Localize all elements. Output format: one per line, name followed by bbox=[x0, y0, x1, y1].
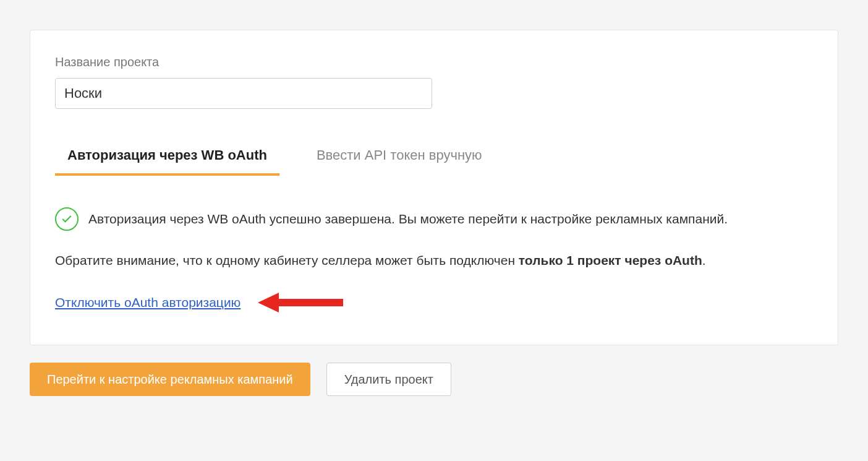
project-name-label: Название проекта bbox=[55, 55, 813, 69]
oauth-status-row: Авторизация через WB oAuth успешно завер… bbox=[55, 207, 813, 231]
tab-oauth[interactable]: Авторизация через WB oAuth bbox=[55, 140, 279, 176]
tab-api-token[interactable]: Ввести API токен вручную bbox=[304, 140, 495, 176]
disconnect-oauth-link[interactable]: Отключить oAuth авторизацию bbox=[55, 295, 240, 310]
annotation-arrow bbox=[258, 290, 344, 315]
action-buttons: Перейти к настройке рекламных кампаний У… bbox=[30, 363, 838, 396]
go-to-campaigns-button[interactable]: Перейти к настройке рекламных кампаний bbox=[30, 363, 310, 396]
checkmark-icon bbox=[55, 207, 79, 231]
notice-suffix: . bbox=[702, 253, 706, 267]
svg-marker-0 bbox=[258, 293, 343, 312]
oauth-notice: Обратите внимание, что к одному кабинету… bbox=[55, 253, 813, 268]
oauth-status-text: Авторизация через WB oAuth успешно завер… bbox=[88, 212, 728, 226]
project-name-input[interactable] bbox=[55, 78, 432, 109]
page-container: Название проекта Авторизация через WB oA… bbox=[0, 0, 868, 396]
delete-project-button[interactable]: Удалить проект bbox=[326, 363, 451, 396]
settings-card: Название проекта Авторизация через WB oA… bbox=[30, 30, 838, 345]
notice-prefix: Обратите внимание, что к одному кабинету… bbox=[55, 253, 519, 267]
disconnect-row: Отключить oAuth авторизацию bbox=[55, 290, 813, 315]
notice-bold: только 1 проект через oAuth bbox=[519, 253, 702, 267]
auth-tabs: Авторизация через WB oAuth Ввести API то… bbox=[55, 140, 813, 176]
